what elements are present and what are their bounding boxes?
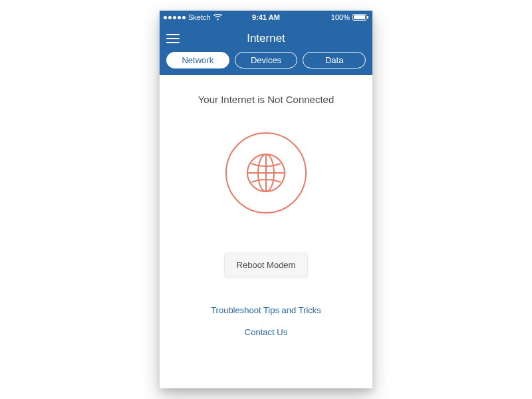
tab-network[interactable]: Network xyxy=(166,52,229,68)
reboot-modem-button[interactable]: Reboot Modem xyxy=(224,253,309,277)
page-title: Internet xyxy=(247,32,285,45)
main-content: Your Internet is Not Connected Reboot Mo… xyxy=(160,75,372,388)
segmented-control: Network Devices Data xyxy=(166,52,366,68)
status-left: Sketch xyxy=(164,13,266,21)
contact-us-link[interactable]: Contact Us xyxy=(245,327,287,337)
menu-icon[interactable] xyxy=(166,34,180,43)
signal-strength-icon xyxy=(164,16,186,19)
wifi-icon xyxy=(213,14,222,21)
globe-icon xyxy=(223,130,309,218)
battery-icon xyxy=(352,14,368,21)
tab-data[interactable]: Data xyxy=(303,52,366,68)
battery-percentage: 100% xyxy=(331,13,350,21)
status-right: 100% xyxy=(266,13,368,21)
connection-status-heading: Your Internet is Not Connected xyxy=(198,94,334,105)
troubleshoot-link[interactable]: Troubleshoot Tips and Tricks xyxy=(211,305,321,315)
ios-status-bar: Sketch 9:41 AM 100% xyxy=(160,11,372,24)
nav-bar: Internet Network Devices Data xyxy=(160,24,372,75)
phone-frame: Sketch 9:41 AM 100% Internet Network xyxy=(160,11,372,388)
status-time: 9:41 AM xyxy=(252,13,280,21)
help-links: Troubleshoot Tips and Tricks Contact Us xyxy=(211,305,321,337)
tab-devices[interactable]: Devices xyxy=(235,52,298,68)
carrier-label: Sketch xyxy=(188,13,211,21)
